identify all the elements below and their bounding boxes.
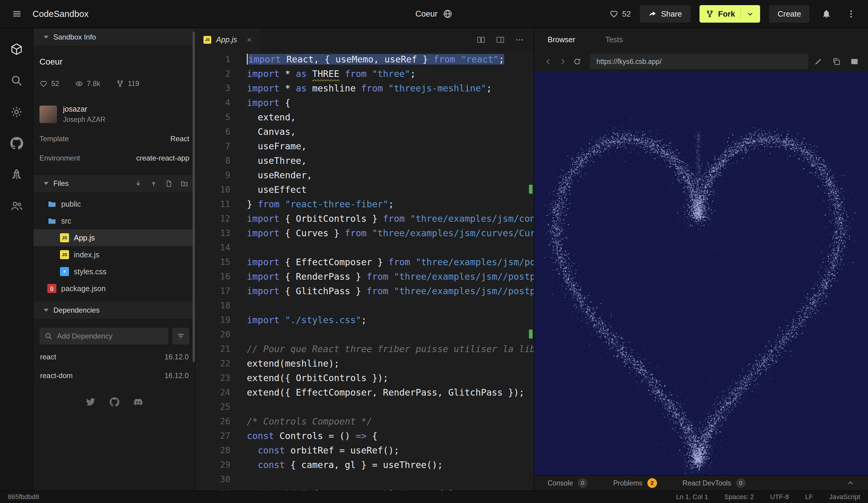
line-text[interactable] bbox=[247, 472, 534, 487]
code-line[interactable]: 25 bbox=[196, 400, 534, 414]
likes-indicator[interactable]: 52 bbox=[609, 9, 631, 19]
line-text[interactable]: } from "react-three-fiber"; bbox=[247, 197, 534, 212]
file-item-index-js[interactable]: JSindex.js bbox=[33, 246, 195, 263]
line-text[interactable]: extend, bbox=[247, 110, 534, 124]
code-line[interactable]: 23extend({ OrbitControls }); bbox=[196, 371, 534, 385]
code-line[interactable]: 21// Pour que React three friber puisse … bbox=[196, 342, 534, 356]
code-line[interactable]: 18 bbox=[196, 299, 534, 313]
line-text[interactable]: Canvas, bbox=[247, 124, 534, 139]
file-item-public[interactable]: public bbox=[33, 195, 195, 212]
code-line[interactable]: 8 useThree, bbox=[196, 153, 534, 168]
add-dependency-input[interactable] bbox=[40, 328, 168, 345]
twitter-icon[interactable] bbox=[85, 397, 95, 407]
line-text[interactable]: useEffect bbox=[247, 183, 534, 197]
code-line[interactable]: 3import * as meshline from "threejs-mesh… bbox=[196, 81, 534, 95]
line-text[interactable]: const orbitRef = useRef(); bbox=[247, 443, 534, 458]
rail-search-button[interactable] bbox=[0, 65, 33, 96]
devtools-tab-console[interactable]: Console0 bbox=[548, 478, 587, 488]
status-item[interactable]: Spaces: 2 bbox=[724, 493, 754, 501]
dependencies-header[interactable]: Dependencies bbox=[33, 301, 195, 319]
code-line[interactable]: 27const Controls = () => { bbox=[196, 429, 534, 443]
tab-app-js[interactable]: JS App.js bbox=[196, 28, 260, 51]
discord-icon[interactable] bbox=[133, 397, 143, 407]
code-line[interactable]: 16import { RenderPass } from "three/exam… bbox=[196, 270, 534, 284]
new-folder-icon[interactable] bbox=[180, 180, 188, 188]
code-line[interactable]: 24extend({ EffectComposer, RenderPass, G… bbox=[196, 385, 534, 400]
new-file-icon[interactable] bbox=[165, 180, 173, 188]
line-text[interactable]: import { Curves } from "three/examples/j… bbox=[247, 226, 534, 241]
code-line[interactable]: 13import { Curves } from "three/examples… bbox=[196, 226, 534, 241]
line-text[interactable]: import { OrbitControls } from "three/exa… bbox=[247, 212, 534, 226]
code-line[interactable]: 4import { bbox=[196, 95, 534, 110]
more-options-button[interactable] bbox=[843, 6, 859, 22]
back-button[interactable] bbox=[541, 54, 556, 69]
code-editor[interactable]: 1import React, { useMemo, useRef } from … bbox=[196, 52, 534, 491]
line-text[interactable]: import { bbox=[247, 95, 534, 110]
author-block[interactable]: josazar Joseph AZAR bbox=[40, 105, 189, 124]
status-item[interactable]: UTF-8 bbox=[770, 493, 789, 501]
duplicate-icon[interactable] bbox=[832, 57, 841, 66]
screwdriver-icon[interactable] bbox=[814, 57, 823, 66]
notifications-button[interactable] bbox=[818, 6, 834, 22]
status-item[interactable]: LF bbox=[805, 493, 813, 501]
code-line[interactable]: 1import React, { useMemo, useRef } from … bbox=[196, 52, 534, 67]
dependency-row-react[interactable]: react16.12.0 bbox=[33, 348, 195, 366]
code-line[interactable]: 30 bbox=[196, 472, 534, 487]
line-text[interactable]: // Pour que React three friber puisse ut… bbox=[247, 342, 534, 356]
line-text[interactable] bbox=[247, 328, 534, 342]
sandbox-info-header[interactable]: Sandbox Info bbox=[33, 28, 195, 46]
menu-button[interactable] bbox=[9, 6, 25, 22]
line-text[interactable]: const Controls = () => { bbox=[247, 429, 534, 443]
create-button[interactable]: Create bbox=[769, 5, 809, 23]
preview-canvas[interactable] bbox=[534, 71, 868, 475]
code-line[interactable]: 28 const orbitRef = useRef(); bbox=[196, 443, 534, 458]
code-line[interactable]: 17import { GlitchPass } from "three/exam… bbox=[196, 284, 534, 299]
preview-layout-icon[interactable] bbox=[496, 35, 505, 44]
line-text[interactable]: extend({ EffectComposer, RenderPass, Gli… bbox=[247, 385, 534, 400]
line-text[interactable]: import { RenderPass } from "three/exampl… bbox=[247, 270, 534, 284]
ellipsis-menu-icon[interactable] bbox=[515, 35, 524, 44]
line-text[interactable]: import "./styles.css"; bbox=[247, 313, 534, 328]
line-text[interactable]: const { camera, gl } = useThree(); bbox=[247, 458, 534, 472]
file-item-styles-css[interactable]: #styles.css bbox=[33, 263, 195, 280]
fork-button[interactable]: Fork bbox=[700, 5, 760, 23]
status-item[interactable]: Ln 1, Col 1 bbox=[676, 493, 708, 501]
url-bar[interactable]: https://fkys6.csb.app/ bbox=[590, 54, 808, 69]
line-text[interactable]: /* Controls Compoent */ bbox=[247, 414, 534, 429]
devtools-tab-problems[interactable]: Problems2 bbox=[613, 478, 657, 488]
open-new-window-icon[interactable] bbox=[850, 57, 859, 66]
line-text[interactable]: import React, { useMemo, useRef } from "… bbox=[247, 52, 534, 67]
line-text[interactable]: extend(meshline); bbox=[247, 356, 534, 371]
tab-browser[interactable]: Browser bbox=[548, 35, 575, 44]
rail-github-button[interactable] bbox=[0, 128, 33, 159]
forward-button[interactable] bbox=[556, 54, 570, 69]
code-line[interactable]: 14 bbox=[196, 241, 534, 255]
code-line[interactable]: 5 extend, bbox=[196, 110, 534, 124]
file-item-app-js[interactable]: JSApp.js bbox=[33, 229, 195, 246]
code-line[interactable]: 20 bbox=[196, 328, 534, 342]
status-item[interactable]: JavaScript bbox=[829, 493, 860, 501]
code-line[interactable]: 6 Canvas, bbox=[196, 124, 534, 139]
code-line[interactable]: 11} from "react-three-fiber"; bbox=[196, 197, 534, 212]
export-icon[interactable] bbox=[150, 180, 157, 188]
share-button[interactable]: Share bbox=[640, 5, 690, 23]
line-text[interactable] bbox=[247, 299, 534, 313]
line-text[interactable] bbox=[247, 400, 534, 414]
code-line[interactable]: 31 // orbitRef.current.enableKeys = fals… bbox=[196, 487, 534, 491]
devtools-tab-react-devtools[interactable]: React DevTools0 bbox=[683, 478, 746, 488]
line-text[interactable]: extend({ OrbitControls }); bbox=[247, 371, 534, 385]
refresh-button[interactable] bbox=[570, 54, 585, 69]
sidebar-scrollbar-thumb[interactable] bbox=[193, 32, 195, 362]
line-text[interactable]: // orbitRef.current.enableKeys = false; bbox=[247, 487, 534, 491]
dependency-row-react-dom[interactable]: react-dom16.12.0 bbox=[33, 366, 195, 385]
tab-tests[interactable]: Tests bbox=[606, 35, 623, 44]
code-line[interactable]: 9 useRender, bbox=[196, 168, 534, 183]
close-tab-button[interactable] bbox=[246, 37, 252, 43]
rail-settings-button[interactable] bbox=[0, 96, 33, 128]
code-line[interactable]: 26/* Controls Compoent */ bbox=[196, 414, 534, 429]
line-text[interactable]: import { EffectComposer } from "three/ex… bbox=[247, 255, 534, 270]
code-line[interactable]: 2import * as THREE from "three"; bbox=[196, 67, 534, 81]
code-line[interactable]: 19import "./styles.css"; bbox=[196, 313, 534, 328]
import-icon[interactable] bbox=[134, 180, 142, 188]
line-text[interactable]: useFrame, bbox=[247, 139, 534, 153]
